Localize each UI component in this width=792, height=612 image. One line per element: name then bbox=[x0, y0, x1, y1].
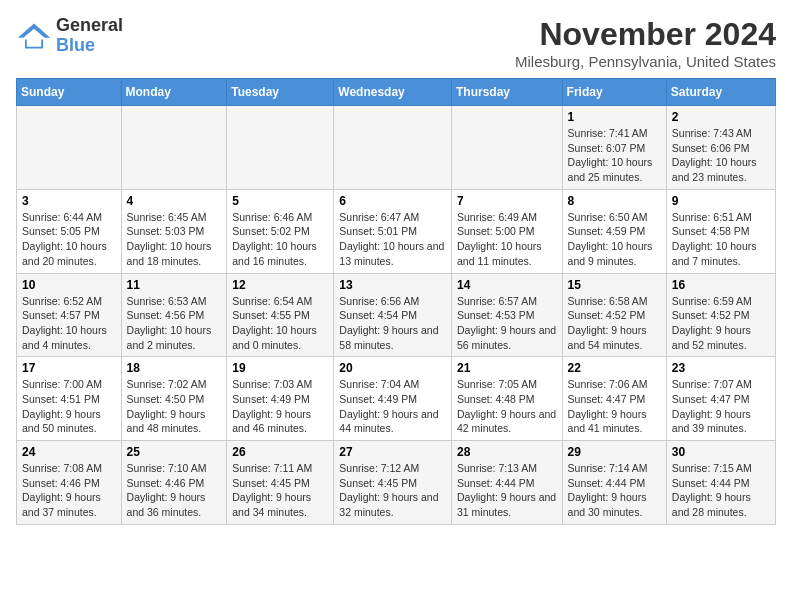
header-monday: Monday bbox=[121, 79, 227, 106]
day-info: Sunrise: 6:56 AMSunset: 4:54 PMDaylight:… bbox=[339, 294, 446, 353]
day-info: Sunrise: 6:54 AMSunset: 4:55 PMDaylight:… bbox=[232, 294, 328, 353]
header-wednesday: Wednesday bbox=[334, 79, 452, 106]
day-number: 28 bbox=[457, 445, 557, 459]
calendar-cell: 25Sunrise: 7:10 AMSunset: 4:46 PMDayligh… bbox=[121, 441, 227, 525]
day-info: Sunrise: 7:13 AMSunset: 4:44 PMDaylight:… bbox=[457, 461, 557, 520]
day-number: 11 bbox=[127, 278, 222, 292]
day-number: 23 bbox=[672, 361, 770, 375]
day-number: 13 bbox=[339, 278, 446, 292]
calendar-cell: 18Sunrise: 7:02 AMSunset: 4:50 PMDayligh… bbox=[121, 357, 227, 441]
header-sunday: Sunday bbox=[17, 79, 122, 106]
day-info: Sunrise: 6:49 AMSunset: 5:00 PMDaylight:… bbox=[457, 210, 557, 269]
day-number: 17 bbox=[22, 361, 116, 375]
calendar-cell: 6Sunrise: 6:47 AMSunset: 5:01 PMDaylight… bbox=[334, 189, 452, 273]
calendar-cell: 2Sunrise: 7:43 AMSunset: 6:06 PMDaylight… bbox=[666, 106, 775, 190]
logo: General Blue bbox=[16, 16, 123, 56]
day-number: 14 bbox=[457, 278, 557, 292]
calendar-cell: 10Sunrise: 6:52 AMSunset: 4:57 PMDayligh… bbox=[17, 273, 122, 357]
calendar-cell: 14Sunrise: 6:57 AMSunset: 4:53 PMDayligh… bbox=[451, 273, 562, 357]
day-number: 3 bbox=[22, 194, 116, 208]
day-number: 29 bbox=[568, 445, 661, 459]
day-info: Sunrise: 7:04 AMSunset: 4:49 PMDaylight:… bbox=[339, 377, 446, 436]
day-number: 30 bbox=[672, 445, 770, 459]
calendar-cell: 1Sunrise: 7:41 AMSunset: 6:07 PMDaylight… bbox=[562, 106, 666, 190]
calendar-cell: 23Sunrise: 7:07 AMSunset: 4:47 PMDayligh… bbox=[666, 357, 775, 441]
calendar-cell: 12Sunrise: 6:54 AMSunset: 4:55 PMDayligh… bbox=[227, 273, 334, 357]
calendar-cell bbox=[334, 106, 452, 190]
calendar-cell: 19Sunrise: 7:03 AMSunset: 4:49 PMDayligh… bbox=[227, 357, 334, 441]
header-saturday: Saturday bbox=[666, 79, 775, 106]
day-info: Sunrise: 7:14 AMSunset: 4:44 PMDaylight:… bbox=[568, 461, 661, 520]
calendar-cell: 9Sunrise: 6:51 AMSunset: 4:58 PMDaylight… bbox=[666, 189, 775, 273]
logo-icon bbox=[16, 21, 52, 51]
day-info: Sunrise: 7:41 AMSunset: 6:07 PMDaylight:… bbox=[568, 126, 661, 185]
day-info: Sunrise: 6:44 AMSunset: 5:05 PMDaylight:… bbox=[22, 210, 116, 269]
day-info: Sunrise: 7:43 AMSunset: 6:06 PMDaylight:… bbox=[672, 126, 770, 185]
calendar-cell: 17Sunrise: 7:00 AMSunset: 4:51 PMDayligh… bbox=[17, 357, 122, 441]
day-info: Sunrise: 7:08 AMSunset: 4:46 PMDaylight:… bbox=[22, 461, 116, 520]
page-subtitle: Milesburg, Pennsylvania, United States bbox=[515, 53, 776, 70]
day-number: 22 bbox=[568, 361, 661, 375]
day-number: 8 bbox=[568, 194, 661, 208]
day-info: Sunrise: 6:47 AMSunset: 5:01 PMDaylight:… bbox=[339, 210, 446, 269]
header-friday: Friday bbox=[562, 79, 666, 106]
day-info: Sunrise: 7:10 AMSunset: 4:46 PMDaylight:… bbox=[127, 461, 222, 520]
calendar-week-row: 10Sunrise: 6:52 AMSunset: 4:57 PMDayligh… bbox=[17, 273, 776, 357]
day-number: 4 bbox=[127, 194, 222, 208]
calendar-cell: 21Sunrise: 7:05 AMSunset: 4:48 PMDayligh… bbox=[451, 357, 562, 441]
day-info: Sunrise: 6:51 AMSunset: 4:58 PMDaylight:… bbox=[672, 210, 770, 269]
calendar-cell: 5Sunrise: 6:46 AMSunset: 5:02 PMDaylight… bbox=[227, 189, 334, 273]
logo-text: General Blue bbox=[56, 16, 123, 56]
day-info: Sunrise: 7:02 AMSunset: 4:50 PMDaylight:… bbox=[127, 377, 222, 436]
day-info: Sunrise: 7:11 AMSunset: 4:45 PMDaylight:… bbox=[232, 461, 328, 520]
calendar-cell: 15Sunrise: 6:58 AMSunset: 4:52 PMDayligh… bbox=[562, 273, 666, 357]
day-number: 16 bbox=[672, 278, 770, 292]
day-info: Sunrise: 7:03 AMSunset: 4:49 PMDaylight:… bbox=[232, 377, 328, 436]
calendar-cell: 7Sunrise: 6:49 AMSunset: 5:00 PMDaylight… bbox=[451, 189, 562, 273]
calendar-cell: 29Sunrise: 7:14 AMSunset: 4:44 PMDayligh… bbox=[562, 441, 666, 525]
day-info: Sunrise: 7:00 AMSunset: 4:51 PMDaylight:… bbox=[22, 377, 116, 436]
calendar-cell: 24Sunrise: 7:08 AMSunset: 4:46 PMDayligh… bbox=[17, 441, 122, 525]
day-number: 12 bbox=[232, 278, 328, 292]
day-number: 15 bbox=[568, 278, 661, 292]
calendar-table: SundayMondayTuesdayWednesdayThursdayFrid… bbox=[16, 78, 776, 525]
calendar-cell: 26Sunrise: 7:11 AMSunset: 4:45 PMDayligh… bbox=[227, 441, 334, 525]
day-info: Sunrise: 6:53 AMSunset: 4:56 PMDaylight:… bbox=[127, 294, 222, 353]
calendar-cell: 11Sunrise: 6:53 AMSunset: 4:56 PMDayligh… bbox=[121, 273, 227, 357]
day-number: 5 bbox=[232, 194, 328, 208]
calendar-cell: 20Sunrise: 7:04 AMSunset: 4:49 PMDayligh… bbox=[334, 357, 452, 441]
calendar-week-row: 3Sunrise: 6:44 AMSunset: 5:05 PMDaylight… bbox=[17, 189, 776, 273]
day-info: Sunrise: 6:50 AMSunset: 4:59 PMDaylight:… bbox=[568, 210, 661, 269]
calendar-cell: 22Sunrise: 7:06 AMSunset: 4:47 PMDayligh… bbox=[562, 357, 666, 441]
calendar-cell: 27Sunrise: 7:12 AMSunset: 4:45 PMDayligh… bbox=[334, 441, 452, 525]
day-number: 18 bbox=[127, 361, 222, 375]
day-info: Sunrise: 6:57 AMSunset: 4:53 PMDaylight:… bbox=[457, 294, 557, 353]
day-number: 2 bbox=[672, 110, 770, 124]
calendar-cell: 4Sunrise: 6:45 AMSunset: 5:03 PMDaylight… bbox=[121, 189, 227, 273]
day-info: Sunrise: 7:05 AMSunset: 4:48 PMDaylight:… bbox=[457, 377, 557, 436]
header-tuesday: Tuesday bbox=[227, 79, 334, 106]
day-info: Sunrise: 6:52 AMSunset: 4:57 PMDaylight:… bbox=[22, 294, 116, 353]
calendar-cell: 30Sunrise: 7:15 AMSunset: 4:44 PMDayligh… bbox=[666, 441, 775, 525]
day-number: 21 bbox=[457, 361, 557, 375]
calendar-week-row: 1Sunrise: 7:41 AMSunset: 6:07 PMDaylight… bbox=[17, 106, 776, 190]
calendar-week-row: 24Sunrise: 7:08 AMSunset: 4:46 PMDayligh… bbox=[17, 441, 776, 525]
day-number: 27 bbox=[339, 445, 446, 459]
day-info: Sunrise: 6:46 AMSunset: 5:02 PMDaylight:… bbox=[232, 210, 328, 269]
calendar-cell: 16Sunrise: 6:59 AMSunset: 4:52 PMDayligh… bbox=[666, 273, 775, 357]
day-number: 20 bbox=[339, 361, 446, 375]
day-number: 25 bbox=[127, 445, 222, 459]
day-number: 7 bbox=[457, 194, 557, 208]
day-number: 10 bbox=[22, 278, 116, 292]
day-info: Sunrise: 7:07 AMSunset: 4:47 PMDaylight:… bbox=[672, 377, 770, 436]
day-number: 26 bbox=[232, 445, 328, 459]
calendar-cell bbox=[451, 106, 562, 190]
page-title: November 2024 bbox=[515, 16, 776, 53]
day-number: 9 bbox=[672, 194, 770, 208]
title-block: November 2024 Milesburg, Pennsylvania, U… bbox=[515, 16, 776, 70]
logo-line1: General bbox=[56, 16, 123, 36]
calendar-cell bbox=[227, 106, 334, 190]
calendar-header-row: SundayMondayTuesdayWednesdayThursdayFrid… bbox=[17, 79, 776, 106]
day-number: 6 bbox=[339, 194, 446, 208]
calendar-cell: 28Sunrise: 7:13 AMSunset: 4:44 PMDayligh… bbox=[451, 441, 562, 525]
